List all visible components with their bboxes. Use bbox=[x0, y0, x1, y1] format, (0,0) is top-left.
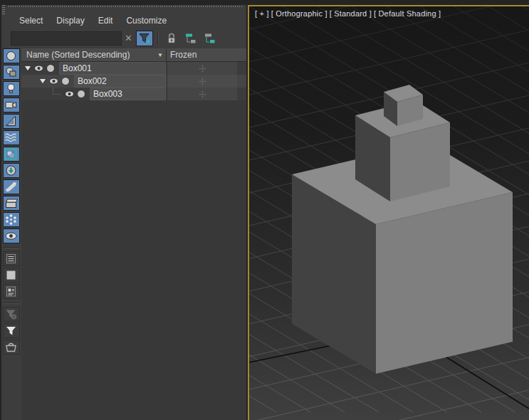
search-input[interactable] bbox=[11, 31, 122, 46]
column-header-frozen[interactable]: Frozen bbox=[167, 48, 246, 61]
display-bones-icon bbox=[4, 180, 19, 194]
tree-rows: Box001Box002Box003 bbox=[21, 62, 246, 100]
display-xrefs-button[interactable] bbox=[3, 163, 20, 178]
visibility-eye-icon bbox=[49, 78, 58, 85]
tree-row[interactable]: Box002 bbox=[21, 75, 246, 88]
collapse-all-icon bbox=[203, 32, 217, 45]
display-hidden-button[interactable] bbox=[3, 229, 20, 243]
viewport-canvas[interactable] bbox=[249, 6, 529, 420]
menu-display[interactable]: Display bbox=[56, 16, 84, 26]
box003-mesh[interactable] bbox=[384, 85, 423, 126]
search-row: ✕ bbox=[11, 30, 221, 47]
viewport[interactable]: [ + ] [ Orthographic ] [ Standard ] [ De… bbox=[248, 5, 529, 420]
object-name-label: Box002 bbox=[78, 76, 107, 86]
list-view-icon bbox=[4, 252, 19, 266]
tree-connector bbox=[53, 88, 61, 95]
display-geometry-button[interactable] bbox=[3, 48, 20, 63]
scene-explorer-panel: Select Display Edit Customize ✕ bbox=[1, 5, 246, 420]
display-cameras-button[interactable] bbox=[3, 98, 20, 112]
display-shapes-button[interactable] bbox=[3, 65, 20, 80]
display-groups-button[interactable] bbox=[3, 147, 20, 162]
expand-arrow-icon[interactable] bbox=[23, 66, 33, 70]
object-name-cell[interactable]: Box001 bbox=[59, 62, 166, 75]
display-helpers-button[interactable] bbox=[3, 114, 20, 129]
tree-row[interactable]: Box003 bbox=[21, 88, 246, 100]
object-name-cell[interactable]: Box002 bbox=[74, 75, 166, 88]
material-swatch-button[interactable] bbox=[3, 268, 20, 283]
selection-filter-dim-icon bbox=[4, 308, 19, 321]
visibility-toggle[interactable] bbox=[65, 90, 75, 98]
visibility-eye-icon bbox=[34, 65, 43, 72]
menu-customize[interactable]: Customize bbox=[126, 16, 167, 26]
viewport-label: [ + ] [ Orthographic ] [ Standard ] [ De… bbox=[255, 9, 443, 18]
expand-all-button[interactable] bbox=[182, 31, 199, 46]
selection-filter-dim-button[interactable] bbox=[3, 307, 20, 322]
column-header-name[interactable]: Name (Sorted Descending) ▼ bbox=[21, 48, 167, 61]
container-filter-icon bbox=[4, 340, 19, 354]
name-column-label: Name (Sorted Descending) bbox=[26, 50, 130, 60]
frozen-cell[interactable] bbox=[167, 62, 237, 75]
toolbar-separator bbox=[4, 247, 19, 248]
selection-dot-icon[interactable] bbox=[77, 90, 85, 98]
display-frozen-button[interactable] bbox=[3, 212, 20, 227]
selection-filter-icon bbox=[4, 324, 19, 337]
display-spacewarps-icon bbox=[4, 131, 19, 145]
sort-descending-icon: ▼ bbox=[157, 52, 163, 58]
display-hidden-icon bbox=[4, 229, 19, 243]
collapse-all-button[interactable] bbox=[201, 31, 219, 46]
display-containers-button[interactable] bbox=[3, 196, 20, 211]
expand-all-icon bbox=[184, 32, 198, 45]
display-filter-toolbar bbox=[1, 48, 21, 356]
container-filter-button[interactable] bbox=[3, 340, 20, 355]
row-filler bbox=[237, 62, 246, 75]
property-list-icon bbox=[4, 285, 19, 298]
lock-icon bbox=[164, 32, 179, 45]
property-list-button[interactable] bbox=[3, 284, 20, 299]
display-cameras-icon bbox=[4, 98, 19, 112]
list-view-button[interactable] bbox=[3, 251, 20, 266]
filter-funnel-icon bbox=[137, 32, 152, 45]
selection-filter-button[interactable] bbox=[136, 31, 153, 46]
selection-dot-icon[interactable] bbox=[61, 77, 70, 85]
display-spacewarps-button[interactable] bbox=[3, 130, 20, 145]
visibility-eye-icon bbox=[65, 90, 74, 98]
viewport-pov-menu[interactable]: [ Orthographic ] bbox=[271, 9, 328, 18]
menu-bar: Select Display Edit Customize bbox=[19, 14, 180, 27]
selection-filter-button[interactable] bbox=[3, 323, 20, 338]
visibility-toggle[interactable] bbox=[49, 78, 59, 85]
object-name-label: Box003 bbox=[93, 89, 122, 99]
frozen-toggle-icon bbox=[199, 90, 206, 98]
clear-search-icon[interactable]: ✕ bbox=[125, 31, 132, 46]
row-filler bbox=[237, 75, 246, 88]
panel-drag-handle[interactable] bbox=[9, 6, 243, 9]
tree-row[interactable]: Box001 bbox=[21, 62, 246, 75]
visibility-toggle[interactable] bbox=[34, 65, 44, 72]
frozen-cell[interactable] bbox=[167, 75, 237, 88]
toolbar-separator bbox=[157, 32, 159, 45]
object-name-label: Box001 bbox=[63, 63, 92, 73]
display-helpers-icon bbox=[4, 115, 19, 128]
toolbar-separator bbox=[4, 303, 19, 304]
menu-edit[interactable]: Edit bbox=[98, 16, 113, 26]
display-containers-icon bbox=[4, 196, 19, 210]
object-name-cell[interactable]: Box003 bbox=[90, 88, 166, 100]
menu-select[interactable]: Select bbox=[19, 16, 43, 26]
viewport-general-menu[interactable]: [ + ] bbox=[255, 9, 269, 18]
selection-dot-icon[interactable] bbox=[46, 64, 55, 73]
display-frozen-icon bbox=[4, 213, 19, 226]
display-bones-button[interactable] bbox=[3, 179, 20, 194]
display-lights-icon bbox=[4, 82, 19, 95]
row-filler bbox=[237, 88, 246, 100]
frozen-cell[interactable] bbox=[167, 88, 237, 100]
display-lights-button[interactable] bbox=[3, 81, 20, 96]
display-xrefs-icon bbox=[4, 164, 19, 177]
panel-drag-handle-corner bbox=[2, 5, 5, 15]
viewport-renderer-menu[interactable]: [ Standard ] bbox=[330, 9, 372, 18]
lock-button[interactable] bbox=[163, 31, 180, 46]
viewport-shading-menu[interactable]: [ Default Shading ] bbox=[374, 9, 441, 18]
expand-arrow-icon[interactable] bbox=[38, 79, 48, 83]
display-shapes-icon bbox=[4, 65, 19, 79]
display-groups-icon bbox=[4, 147, 19, 161]
material-swatch-icon bbox=[4, 268, 19, 282]
frozen-toggle-icon bbox=[199, 65, 206, 73]
